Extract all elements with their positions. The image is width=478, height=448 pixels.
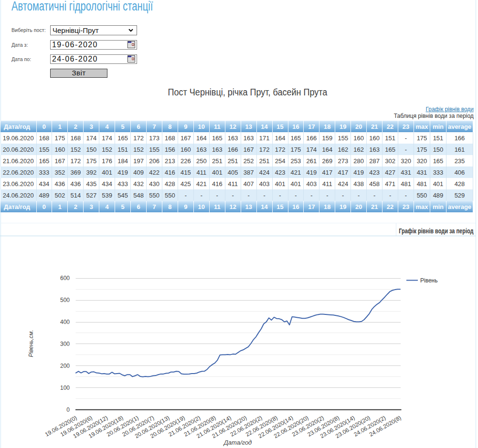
svg-text:0: 0: [66, 406, 70, 413]
svg-text:Рівень: Рівень: [420, 277, 437, 284]
svg-text:400: 400: [60, 319, 70, 325]
svg-text:300: 300: [60, 341, 70, 347]
svg-text:Рівень,см.: Рівень,см.: [28, 330, 34, 357]
svg-text:500: 500: [60, 297, 70, 303]
svg-text:600: 600: [60, 275, 70, 281]
svg-text:200: 200: [60, 363, 70, 369]
svg-text:100: 100: [60, 385, 70, 391]
svg-text:Дата/год: Дата/год: [223, 439, 252, 446]
